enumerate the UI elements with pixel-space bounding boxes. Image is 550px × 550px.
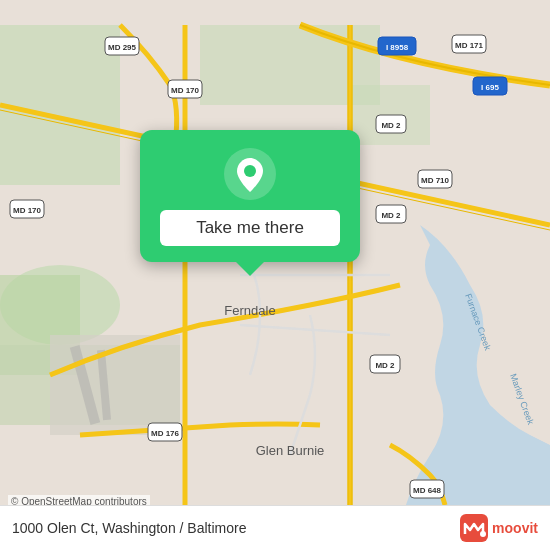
moovit-logo: moovit xyxy=(460,514,538,542)
svg-rect-1 xyxy=(0,25,120,185)
svg-point-47 xyxy=(480,531,486,537)
svg-text:MD 648: MD 648 xyxy=(413,486,442,495)
svg-text:MD 170: MD 170 xyxy=(13,206,42,215)
svg-text:MD 710: MD 710 xyxy=(421,176,450,185)
svg-text:MD 2: MD 2 xyxy=(381,211,401,220)
take-me-there-button[interactable]: Take me there xyxy=(160,210,340,246)
svg-text:MD 171: MD 171 xyxy=(455,41,484,50)
moovit-icon xyxy=(460,514,488,542)
svg-text:MD 170: MD 170 xyxy=(171,86,200,95)
glen-burnie-label: Glen Burnie xyxy=(256,443,325,458)
svg-text:MD 295: MD 295 xyxy=(108,43,137,52)
map-background: Furnace Creek Marley Creek MD 295 xyxy=(0,0,550,550)
svg-point-45 xyxy=(244,165,256,177)
svg-text:MD 2: MD 2 xyxy=(381,121,401,130)
svg-text:MD 176: MD 176 xyxy=(151,429,180,438)
popup-card: Take me there xyxy=(140,130,360,262)
location-pin-icon xyxy=(224,148,276,200)
svg-text:I 8958: I 8958 xyxy=(386,43,409,52)
svg-text:I 695: I 695 xyxy=(481,83,499,92)
address-text: 1000 Olen Ct, Washington / Baltimore xyxy=(12,520,247,536)
svg-text:MD 2: MD 2 xyxy=(375,361,395,370)
moovit-text: moovit xyxy=(492,520,538,536)
bottom-bar: 1000 Olen Ct, Washington / Baltimore moo… xyxy=(0,505,550,550)
ferndale-label: Ferndale xyxy=(224,303,275,318)
map-container: Furnace Creek Marley Creek MD 295 xyxy=(0,0,550,550)
